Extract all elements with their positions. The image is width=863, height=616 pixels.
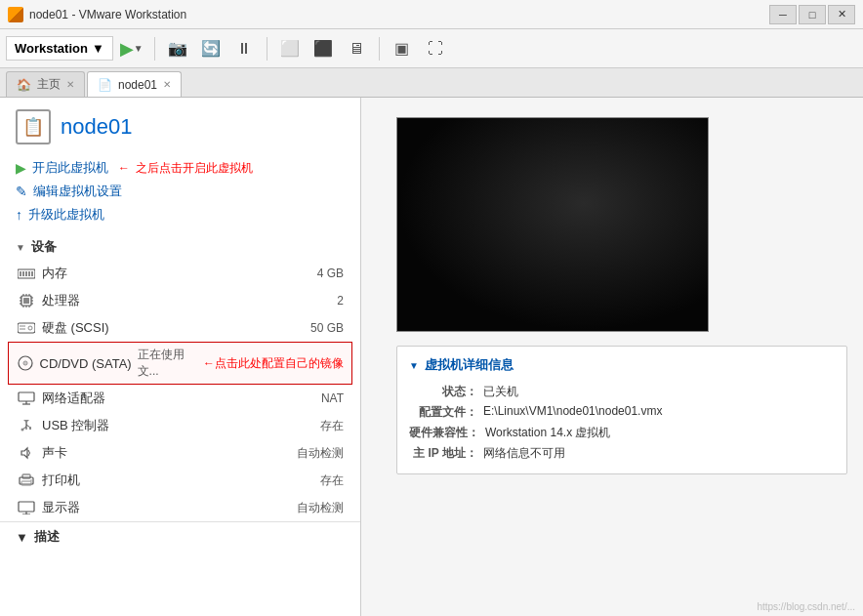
tab-home[interactable]: 🏠 主页 ✕ (6, 71, 85, 97)
suspend-button[interactable]: ⏸ (229, 34, 259, 63)
devices-arrow: ▼ (16, 242, 25, 253)
vmware-icon (8, 7, 23, 22)
vm-detail-label-0: 状态： (409, 384, 477, 400)
minimize-button[interactable]: ─ (769, 5, 797, 24)
sound-icon (17, 445, 36, 461)
tabs-bar: 🏠 主页 ✕ 📄 node01 ✕ (0, 68, 863, 98)
action-upgrade-label: 升级此虚拟机 (28, 206, 104, 224)
svg-point-21 (28, 326, 32, 330)
vm-detail-row-1: 配置文件： E:\Linux\VM1\node01\node01.vmx (409, 402, 835, 423)
vm-detail-value-3: 网络信息不可用 (483, 445, 565, 462)
vm-title: node01 (61, 114, 132, 140)
vm-detail-row-3: 主 IP 地址： 网络信息不可用 (409, 443, 835, 464)
device-cddvd-value: 正在使用文... (138, 347, 197, 380)
display-icon (17, 500, 36, 515)
device-cddvd[interactable]: CD/DVD (SATA) 正在使用文... ← 点击此处配置自己的镜像 (8, 342, 352, 385)
snapshot-button[interactable]: 📷 (163, 34, 192, 63)
vm-detail-value-1: E:\Linux\VM1\node01\node01.vmx (483, 404, 662, 421)
split-icon: ⬛ (313, 39, 333, 58)
device-printer[interactable]: 打印机 存在 (8, 467, 352, 494)
usb-icon (17, 418, 36, 433)
device-processor-value: 2 (337, 294, 344, 308)
play-action-icon: ▶ (16, 160, 26, 176)
svg-rect-4 (28, 271, 30, 276)
window-title: node01 - VMware Workstation (29, 8, 763, 21)
describe-label: 描述 (34, 528, 60, 546)
device-sound-name: 声卡 (42, 444, 297, 462)
vm-details-header[interactable]: ▼ 虚拟机详细信息 (409, 356, 835, 374)
devices-section-label: 设备 (31, 238, 57, 256)
device-processor[interactable]: 处理器 2 (8, 287, 352, 314)
action-upgrade[interactable]: ↑ 升级此虚拟机 (16, 203, 345, 226)
terminal-button[interactable]: ▣ (388, 34, 417, 63)
maximize-button[interactable]: □ (799, 5, 826, 24)
workstation-menu-button[interactable]: Workstation ▼ (6, 36, 113, 61)
device-network-name: 网络适配器 (42, 390, 321, 407)
harddisk-icon (17, 320, 36, 336)
snapshot-icon: 📷 (168, 39, 187, 58)
device-printer-value: 存在 (320, 472, 344, 489)
vm-icon: 📋 (16, 109, 51, 144)
action-start[interactable]: ▶ 开启此虚拟机 (16, 156, 108, 180)
vm-title-area: 📋 node01 (0, 98, 360, 152)
left-panel: 📋 node01 ▶ 开启此虚拟机 ← 之后点击开启此虚拟机 ✎ 编辑虚拟机 (0, 98, 361, 616)
tab-node01[interactable]: 📄 node01 ✕ (87, 71, 182, 97)
revert-button[interactable]: 🔄 (196, 34, 226, 63)
console-icon: 🖥 (349, 40, 364, 58)
device-network[interactable]: 网络适配器 NAT (8, 385, 352, 412)
svg-rect-5 (31, 271, 33, 276)
device-display-name: 显示器 (42, 499, 297, 516)
right-panel: ▼ 虚拟机详细信息 状态： 已关机 配置文件： E:\Linux\VM1\nod… (361, 98, 863, 616)
svg-marker-36 (21, 448, 27, 458)
console-button[interactable]: 🖥 (342, 34, 371, 63)
device-usb-value: 存在 (320, 418, 344, 434)
close-button[interactable]: ✕ (828, 5, 855, 24)
svg-marker-31 (23, 420, 29, 423)
device-memory[interactable]: 内存 4 GB (8, 260, 352, 287)
devices-section-header[interactable]: ▼ 设备 (0, 230, 360, 260)
device-network-value: NAT (321, 391, 344, 405)
vm-detail-label-3: 主 IP 地址： (409, 445, 477, 462)
tab-node01-close[interactable]: ✕ (163, 79, 171, 90)
play-button[interactable]: ▶ ▼ (117, 34, 146, 63)
play-icon: ▶ (120, 38, 134, 60)
action-edit[interactable]: ✎ 编辑虚拟机设置 (16, 180, 345, 203)
device-harddisk-value: 50 GB (310, 321, 344, 335)
device-display[interactable]: 显示器 自动检测 (8, 494, 352, 521)
vm-detail-value-0: 已关机 (483, 384, 518, 400)
describe-section-header[interactable]: ▼ 描述 (0, 521, 360, 552)
workstation-label: Workstation (15, 41, 88, 56)
annotation-arrow-start: ← (118, 161, 130, 175)
fullscreen-button[interactable]: ⬜ (275, 34, 305, 63)
svg-rect-41 (19, 502, 34, 512)
toolbar-separator-1 (154, 37, 155, 61)
vm-details-panel: ▼ 虚拟机详细信息 状态： 已关机 配置文件： E:\Linux\VM1\nod… (396, 346, 847, 474)
svg-point-26 (24, 362, 26, 364)
device-memory-name: 内存 (42, 265, 317, 282)
split-button[interactable]: ⬛ (308, 34, 338, 63)
watermark: https://blog.csdn.net/... (757, 601, 855, 612)
left-scroll-area: ▶ 开启此虚拟机 ← 之后点击开启此虚拟机 ✎ 编辑虚拟机设置 ↑ 升级此虚拟机… (0, 152, 360, 616)
title-bar: node01 - VMware Workstation ─ □ ✕ (0, 0, 863, 29)
device-usb[interactable]: USB 控制器 存在 (8, 412, 352, 439)
device-usb-name: USB 控制器 (42, 417, 320, 434)
device-processor-name: 处理器 (42, 292, 337, 309)
vm-preview-inner (397, 118, 708, 331)
device-printer-name: 打印机 (42, 472, 320, 489)
window-controls: ─ □ ✕ (769, 5, 855, 24)
device-sound[interactable]: 声卡 自动检测 (8, 439, 352, 467)
tab-home-label: 主页 (37, 76, 61, 93)
fullscreen-icon: ⬜ (280, 39, 300, 58)
svg-point-40 (30, 479, 32, 481)
annotation-text-start: 之后点击开启此虚拟机 (136, 160, 253, 177)
upgrade-icon: ↑ (16, 207, 22, 223)
tab-node01-icon: 📄 (98, 78, 112, 92)
device-memory-value: 4 GB (317, 267, 344, 280)
cddvd-annotation-arrow: ← (203, 356, 215, 370)
device-harddisk[interactable]: 硬盘 (SCSI) 50 GB (8, 314, 352, 342)
vm-icon-char: 📋 (22, 116, 44, 138)
tab-home-close[interactable]: ✕ (66, 79, 74, 90)
vm-details-arrow: ▼ (409, 360, 419, 371)
expand-button[interactable]: ⛶ (421, 34, 450, 63)
svg-rect-34 (29, 427, 31, 430)
